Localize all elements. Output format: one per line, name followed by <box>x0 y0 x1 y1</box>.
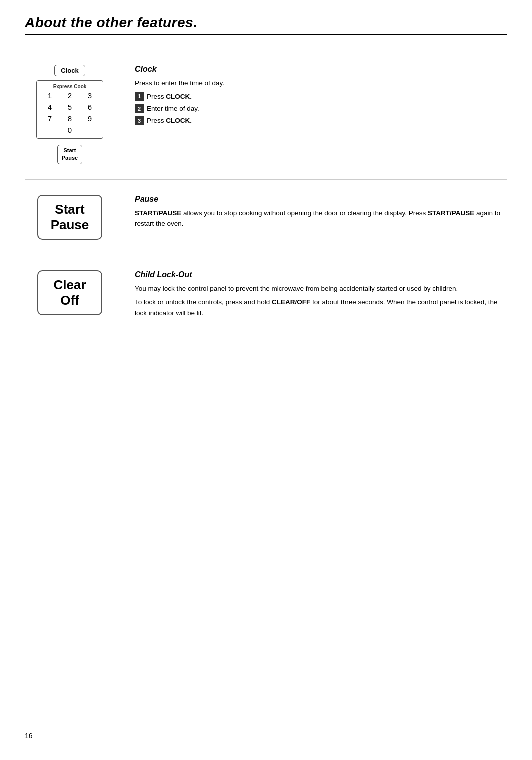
key-empty2 <box>85 126 95 134</box>
title-divider <box>25 34 507 35</box>
pause-section-content: Pause START/PAUSE allows you to stop coo… <box>125 195 507 232</box>
key-3[interactable]: 3 <box>85 92 95 100</box>
clear-off-button-lg[interactable]: Clear Off <box>38 270 102 316</box>
key-0[interactable]: 0 <box>65 126 75 134</box>
key-4[interactable]: 4 <box>45 103 55 112</box>
step-num-1: 1 <box>135 92 144 102</box>
page-title: About the other features. <box>25 15 507 31</box>
section-pause: Start Pause Pause START/PAUSE allows you… <box>25 180 507 255</box>
clock-section-title: Clock <box>135 65 507 74</box>
step-1-text: Press CLOCK. <box>147 92 192 102</box>
off-label: Off <box>60 293 80 308</box>
page-number: 16 <box>25 732 33 740</box>
clock-steps: 1 Press CLOCK. 2 Enter time of day. 3 Pr… <box>135 92 507 126</box>
clock-button-panel: Clock Express Cook 1 2 3 4 5 6 7 8 9 0 S… <box>25 65 125 164</box>
express-cook-group: Express Cook 1 2 3 4 5 6 7 8 9 0 <box>36 80 104 139</box>
child-lock-title: Child Lock-Out <box>135 270 507 280</box>
child-lock-section-content: Child Lock-Out You may lock the control … <box>125 270 507 322</box>
key-2[interactable]: 2 <box>65 92 75 100</box>
step-num-2: 2 <box>135 104 144 114</box>
key-1[interactable]: 1 <box>45 92 55 100</box>
step-2-text: Enter time of day. <box>147 104 200 114</box>
clock-button[interactable]: Clock <box>54 65 85 76</box>
child-lock-para2: To lock or unlock the controls, press an… <box>135 297 507 318</box>
start-pause-button-sm[interactable]: Start Pause <box>58 145 82 164</box>
clock-section-content: Clock Press to enter the time of day. 1 … <box>125 65 507 128</box>
start-pause-lg-text: Start Pause <box>51 202 90 233</box>
section-clock: Clock Express Cook 1 2 3 4 5 6 7 8 9 0 S… <box>25 50 507 180</box>
start-pause-line2: Pause <box>62 155 78 161</box>
section-child-lock: Clear Off Child Lock-Out You may lock th… <box>25 256 507 337</box>
clear-off-lg-text: Clear Off <box>54 278 86 308</box>
pause-button-panel: Start Pause <box>25 195 125 240</box>
clear-label: Clear <box>54 278 86 292</box>
step-3: 3 Press CLOCK. <box>135 116 507 126</box>
step-3-text: Press CLOCK. <box>147 116 192 126</box>
start-pause-line1: Start <box>64 148 76 154</box>
step-2: 2 Enter time of day. <box>135 104 507 114</box>
step-num-3: 3 <box>135 116 144 126</box>
child-lock-para1: You may lock the control panel to preven… <box>135 284 507 294</box>
key-7[interactable]: 7 <box>45 114 55 123</box>
key-9[interactable]: 9 <box>85 114 95 123</box>
start-label: Start <box>55 202 84 217</box>
pause-description: START/PAUSE allows you to stop cooking w… <box>135 208 507 230</box>
child-lock-button-panel: Clear Off <box>25 270 125 316</box>
key-8[interactable]: 8 <box>65 114 75 123</box>
numpad: 1 2 3 4 5 6 7 8 9 0 <box>42 92 98 134</box>
key-6[interactable]: 6 <box>85 103 95 112</box>
start-pause-button-lg[interactable]: Start Pause <box>38 195 102 240</box>
key-empty1 <box>45 126 55 134</box>
express-cook-label: Express Cook <box>42 84 98 90</box>
key-5[interactable]: 5 <box>65 103 75 112</box>
pause-label: Pause <box>51 218 90 232</box>
pause-section-title: Pause <box>135 195 507 204</box>
step-1: 1 Press CLOCK. <box>135 92 507 102</box>
clock-intro: Press to enter the time of day. <box>135 78 507 89</box>
